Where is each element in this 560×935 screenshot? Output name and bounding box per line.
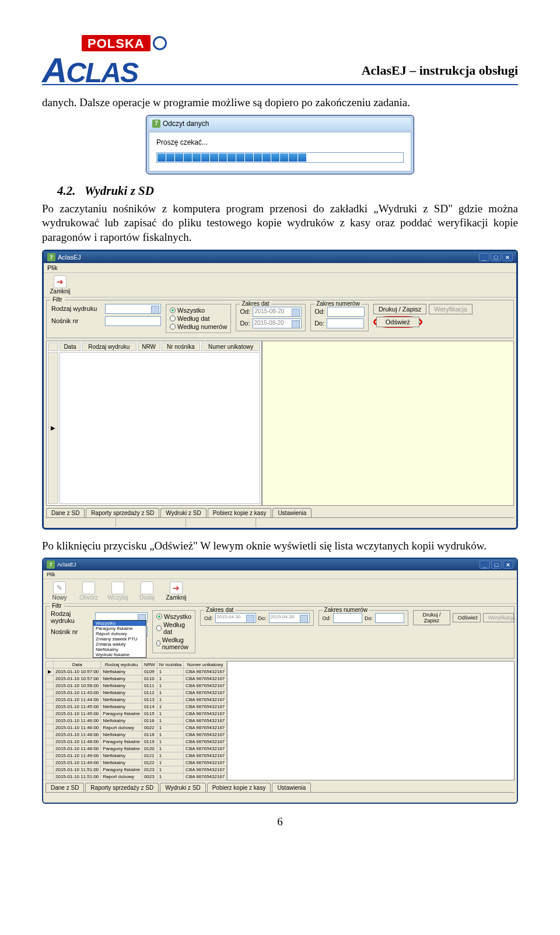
logo-aclas-text: AACLASCLAS [42, 50, 138, 90]
dropdown-option[interactable]: Wszystko [93, 621, 146, 626]
new-icon [53, 582, 66, 594]
table-row[interactable]: 2015-01-10 11:51:00Raport dobowy00231CBA… [46, 773, 227, 780]
radio-wedlug-dat[interactable]: Według dat [170, 315, 227, 322]
col-data[interactable]: Data [60, 342, 80, 351]
tab[interactable]: Wydruki z SD [160, 508, 206, 517]
tab[interactable]: Ustawienia [272, 508, 312, 517]
table-row[interactable]: 2015-01-10 11:49:00Niefiskalny01221CBA 9… [46, 759, 227, 766]
col-unikat[interactable]: Numer unikatowy [184, 661, 227, 668]
col-rodzaj[interactable]: Rodzaj wydruku [101, 661, 142, 668]
results-grid[interactable]: Data Rodzaj wydruku NRW Nr nośnika Numer… [46, 341, 262, 506]
radio-icon [170, 324, 176, 330]
toolbar-wczytaj[interactable]: Wczytaj [105, 582, 131, 601]
toolbar-dodaj[interactable]: Dodaj [134, 582, 160, 601]
rodzaj-dropdown-list[interactable]: WszystkoParagony fiskalneRaport dobowyZm… [93, 620, 146, 658]
col-nosnik[interactable]: Nr nośnika [157, 661, 183, 668]
drukuj-zapisz-button[interactable]: Drukuj / Zapisz [373, 304, 426, 314]
num-to[interactable] [327, 318, 364, 328]
col-nosnik[interactable]: Nr nośnika [162, 342, 201, 351]
odswiez-button[interactable]: Odśwież [453, 613, 481, 622]
radio-wedlug-num[interactable]: Według numerów [170, 323, 227, 330]
table-row[interactable]: 2015-01-10 11:48:00Paragony fiskalne0119… [46, 738, 227, 745]
close-button[interactable]: × [502, 253, 513, 261]
col-unikat[interactable]: Numer unikatowy [201, 342, 260, 351]
minimize-button[interactable]: _ [480, 561, 490, 569]
num-to[interactable] [375, 613, 404, 623]
date-to[interactable]: 2015-04-30 [269, 613, 310, 623]
preview-pane [262, 341, 514, 506]
table-row[interactable]: 2015-01-10 11:45:00Niefiskalny01141CBA 9… [46, 703, 227, 710]
table-row[interactable]: 2015-01-10 11:49:00Niefiskalny01211CBA 9… [46, 752, 227, 759]
tab[interactable]: Raporty sprzedaży z SD [86, 508, 159, 517]
table-row[interactable]: 2015-01-10 11:48:00Niefiskalny01181CBA 9… [46, 731, 227, 738]
section-heading: 4.2. Wydruki z SD [57, 184, 518, 198]
col-rodzaj[interactable]: Rodzaj wydruku [82, 342, 136, 351]
dropdown-option[interactable]: Raport dobowy [93, 631, 146, 636]
table-row[interactable]: 2015-01-10 11:43:00Niefiskalny01121CBA 9… [46, 689, 227, 696]
titlebar: 7AclasEJ _ □ × [43, 559, 517, 570]
col-nrw[interactable]: NRW [142, 661, 157, 668]
results-grid[interactable]: Data Rodzaj wydruku NRW Nr nośnika Numer… [46, 661, 227, 780]
date-to[interactable]: 2015-08-20 [253, 318, 302, 328]
dropdown-option[interactable]: Zmiana waluty [93, 642, 146, 647]
table-row[interactable]: 2015-01-10 10:57:00Niefiskalny01101CBA 9… [46, 675, 227, 682]
weryfikacja-button[interactable]: Weryfikacja [483, 613, 514, 622]
tab[interactable]: Raporty sprzedaży z SD [85, 783, 159, 792]
radio-wszystko[interactable]: Wszystko [156, 613, 191, 620]
table-row[interactable]: 2015-01-10 11:46:00Raport dobowy00221CBA… [46, 724, 227, 731]
date-from[interactable]: 2015-04-30 [215, 613, 256, 623]
weryfikacja-button[interactable]: Weryfikacja [429, 304, 473, 314]
filter-legend: Filtr [50, 296, 65, 303]
nosnik-input[interactable] [105, 316, 161, 326]
menu-plik[interactable]: Plik [47, 572, 55, 577]
date-from[interactable]: 2015-08-20 [253, 307, 302, 317]
nosnik-label: Nośnik nr [51, 317, 103, 324]
drukuj-zapisz-button[interactable]: Drukuj / Zapisz [413, 610, 450, 625]
radio-wszystko[interactable]: Wszystko [170, 307, 227, 314]
tab[interactable]: Pobierz kopie z kasy [208, 508, 272, 517]
table-row[interactable]: 2015-01-10 11:48:00Paragony fiskalne0120… [46, 745, 227, 752]
tab[interactable]: Dane z SD [46, 508, 85, 517]
col-data[interactable]: Data [54, 661, 101, 668]
dropdown-option[interactable]: Wydruki fiskalne [93, 652, 146, 657]
exit-icon [54, 275, 66, 288]
radio-icon [170, 316, 176, 321]
close-button[interactable]: × [503, 561, 513, 569]
page-number: 6 [42, 815, 518, 828]
num-from[interactable] [327, 307, 365, 317]
toolbar-zamknij[interactable]: Zamknij [47, 275, 73, 295]
toolbar-zamknij[interactable]: Zamknij [163, 582, 189, 601]
radio-wedlug-dat[interactable]: Według dat [156, 621, 191, 635]
num-from[interactable] [333, 613, 362, 623]
tab[interactable]: Ustawienia [272, 783, 311, 792]
table-row[interactable]: 2015-01-10 11:46:00Niefiskalny01161CBA 9… [46, 717, 227, 724]
maximize-button[interactable]: □ [491, 561, 502, 569]
maximize-button[interactable]: □ [491, 253, 501, 261]
toolbar-nowy[interactable]: Nowy [47, 582, 72, 601]
section-title: Wydruki z SD [85, 184, 154, 198]
odswiez-button[interactable]: Odśwież [376, 317, 419, 327]
toolbar-otworz[interactable]: Otwórz [76, 582, 102, 601]
table-row[interactable]: 2015-01-10 10:58:00Niefiskalny01111CBA 9… [46, 682, 227, 689]
tab[interactable]: Pobierz kopie z kasy [207, 783, 271, 792]
rodzaj-dropdown[interactable] [105, 304, 161, 314]
radio-wedlug-num[interactable]: Według numerów [156, 636, 191, 650]
dialog-wait-label: Proszę czekać... [156, 138, 404, 146]
table-row[interactable]: 2015-01-10 11:44:00Niefiskalny01131CBA 9… [46, 696, 227, 703]
minimize-button[interactable]: _ [479, 253, 489, 261]
dropdown-option[interactable]: Paragony fiskalne [93, 626, 146, 631]
col-nrw[interactable]: NRW [138, 342, 160, 351]
table-row[interactable]: 2015-01-10 11:45:00Paragony fiskalne0115… [46, 710, 227, 717]
date-range-group: Zakres dat Od: 2015-04-30 Do: 2015-04-30 [200, 610, 314, 626]
radio-icon [156, 640, 160, 646]
menu-plik[interactable]: Plik [47, 264, 58, 271]
table-row[interactable]: ▶2015-01-10 10:57:00Niefiskalny01091CBA … [46, 668, 227, 675]
dropdown-option[interactable]: Niefiskalny [93, 647, 146, 652]
tab[interactable]: Wydruki z SD [160, 783, 205, 792]
table-row[interactable]: 2015-01-10 11:51:00Paragony fiskalne0123… [46, 766, 227, 773]
tab-bar: Dane z SDRaporty sprzedaży z SDWydruki z… [46, 783, 514, 792]
tab[interactable]: Dane z SD [46, 783, 84, 792]
app-icon: 7 [152, 120, 160, 128]
status-bar [46, 517, 514, 527]
dropdown-option[interactable]: Zmiany stawek PTU [93, 636, 146, 642]
